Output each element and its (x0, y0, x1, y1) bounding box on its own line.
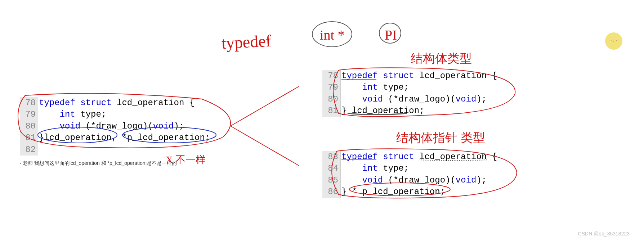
code-line: int type; (39, 109, 210, 120)
line-number: 83 (325, 151, 338, 163)
code-line: } * p_lcd_operation; (341, 186, 497, 198)
code-line (39, 144, 210, 156)
line-number: 84 (325, 163, 338, 174)
line-number: 82 (22, 144, 36, 156)
code-line: } lcd_operation; (341, 105, 497, 117)
code-line: void (*draw_logo)(void); (341, 94, 497, 105)
code-line: typedef struct lcd_operation { (341, 70, 497, 82)
handwriting-intstar: int * (320, 27, 345, 43)
question-text: · 老师 我想问这里面的lcd_operation 和 *p_lcd_opera… (20, 160, 177, 167)
handwriting-struct-type: 结构体类型 (411, 50, 472, 67)
line-number: 86 (325, 186, 338, 198)
line-number: 80 (22, 121, 36, 132)
handwriting-pi: PI (385, 27, 397, 43)
line-number: 79 (325, 82, 338, 93)
cursor-highlight-icon: ·:· (605, 32, 622, 50)
line-number: 81 (325, 105, 338, 117)
line-number: 81 (22, 132, 36, 144)
code-line: typedef struct lcd_operation { (39, 97, 210, 109)
code-line: int type; (341, 82, 497, 93)
line-number: 80 (325, 94, 338, 105)
line-number: 78 (22, 97, 36, 109)
handwriting-typedef: typedef (221, 31, 272, 53)
watermark: CSDN @qq_35318223 (578, 231, 630, 237)
code-block-left: 7879808182 typedef struct lcd_operation … (20, 97, 210, 156)
code-line: int type; (341, 163, 497, 174)
code-line: void (*draw_logo)(void); (39, 121, 210, 132)
code-block-topright: 78798081 typedef struct lcd_operation { … (322, 70, 497, 117)
code-line: typedef struct lcd_operation { (341, 151, 497, 163)
code-line: void (*draw_logo)(void); (341, 175, 497, 186)
code-line: }lcd_operation, *p_lcd_operation; (39, 132, 210, 144)
handwriting-struct-ptr-type: 结构体指针 类型 (396, 130, 485, 146)
code-block-bottomright: 83848586 typedef struct lcd_operation { … (322, 151, 497, 198)
line-number: 85 (325, 175, 338, 186)
line-number: 79 (22, 109, 36, 120)
line-number: 78 (325, 70, 338, 82)
